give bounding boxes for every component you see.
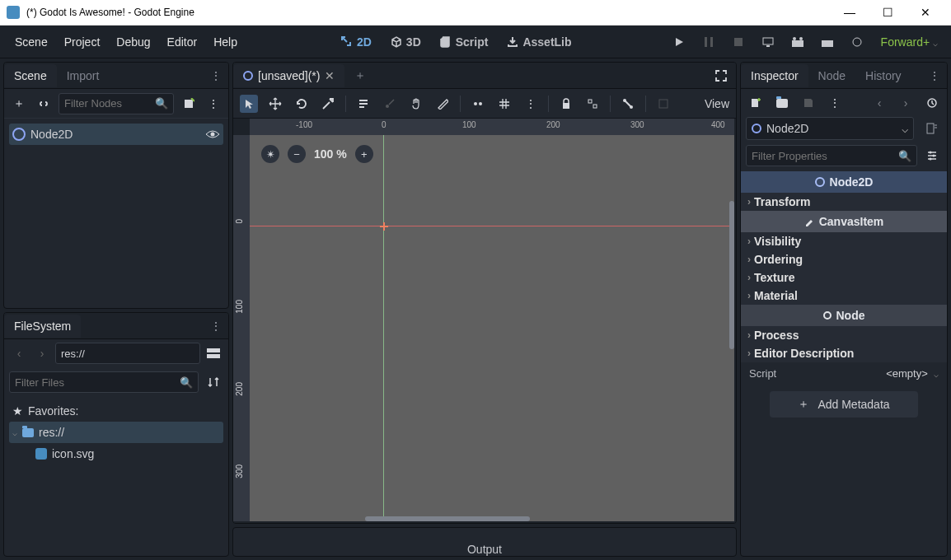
open-docs-button[interactable] (922, 119, 942, 138)
inspector-extra-menu-icon[interactable]: ⋮ (825, 93, 845, 113)
folder-icon (22, 428, 34, 437)
history-back-button[interactable]: ‹ (869, 93, 889, 113)
menu-editor[interactable]: Editor (159, 35, 206, 49)
pivot-tool-icon[interactable] (381, 95, 399, 113)
lock-icon[interactable] (557, 95, 575, 113)
filesystem-dock-menu-icon[interactable]: ⋮ (204, 320, 228, 333)
workspace-script-button[interactable]: Script (433, 32, 495, 52)
play-project-button[interactable] (667, 30, 691, 54)
renderer-dropdown[interactable]: Forward+ ⌵ (881, 35, 938, 49)
menu-scene[interactable]: Scene (7, 35, 56, 49)
zoom-out-button[interactable]: − (288, 145, 306, 163)
group-editor-description[interactable]: Editor Description (741, 344, 947, 362)
scene-tree-root[interactable]: Node2D (9, 124, 223, 145)
group-visibility[interactable]: Visibility (741, 232, 947, 250)
move-tool-icon[interactable] (266, 95, 284, 113)
plus-icon: ＋ (798, 397, 809, 412)
filter-properties-input[interactable]: 🔍 (746, 145, 917, 166)
menu-help[interactable]: Help (205, 35, 246, 49)
maximize-button[interactable]: ☐ (869, 0, 906, 26)
zoom-in-button[interactable]: + (355, 145, 373, 163)
tab-history[interactable]: History (855, 64, 911, 87)
group-material[interactable]: Material (741, 287, 947, 305)
workspace-2d-button[interactable]: 2D (334, 32, 378, 52)
load-resource-button[interactable] (772, 93, 792, 113)
new-tab-button[interactable]: ＋ (344, 63, 376, 88)
run-remote-button[interactable] (756, 30, 780, 54)
group-ordering[interactable]: Ordering (741, 250, 947, 268)
minimize-button[interactable]: — (831, 0, 869, 26)
nav-forward-button[interactable]: › (32, 343, 52, 363)
play-scene-button[interactable] (785, 30, 810, 54)
distraction-free-button[interactable] (706, 69, 736, 82)
grid-snap-icon[interactable] (495, 95, 513, 113)
property-settings-button[interactable] (922, 146, 942, 166)
snap-menu-icon[interactable]: ⋮ (522, 95, 540, 113)
add-metadata-button[interactable]: ＋ Add Metadata (770, 391, 918, 418)
path-field[interactable]: res:// (55, 343, 200, 364)
zoom-label[interactable]: 100 % (314, 147, 347, 161)
favorites-row[interactable]: ★ Favorites: (9, 400, 223, 422)
origin-gizmo[interactable] (380, 222, 388, 231)
close-tab-icon[interactable]: ✕ (325, 69, 335, 82)
rotate-tool-icon[interactable] (293, 95, 311, 113)
add-node-button[interactable]: ＋ (9, 94, 29, 114)
list-select-icon[interactable] (354, 95, 372, 113)
ruler-horizontal: -100 0 100 200 300 400 (250, 119, 734, 135)
bottom-tab-output[interactable]: Output (467, 543, 502, 556)
inspected-object-dropdown[interactable]: Node2D ⌵ (746, 117, 914, 140)
instance-scene-button[interactable] (34, 94, 54, 114)
split-mode-button[interactable] (204, 343, 223, 363)
history-forward-button[interactable]: › (896, 93, 916, 113)
filter-files-input[interactable]: 🔍 (9, 371, 199, 393)
scale-tool-icon[interactable] (319, 95, 337, 113)
attach-script-button[interactable] (179, 94, 199, 114)
select-tool-icon[interactable] (240, 95, 258, 113)
anchor-preset-icon[interactable] (654, 95, 672, 113)
file-row[interactable]: icon.svg (9, 443, 223, 464)
visibility-toggle-icon[interactable] (205, 129, 220, 139)
scene-tab-unsaved[interactable]: [unsaved](*) ✕ (233, 64, 344, 87)
scene-dock-menu-icon[interactable]: ⋮ (204, 69, 228, 82)
tab-import[interactable]: Import (57, 64, 110, 87)
group-texture[interactable]: Texture (741, 268, 947, 287)
tab-node[interactable]: Node (808, 64, 855, 87)
tab-filesystem[interactable]: FileSystem (4, 315, 81, 338)
view-menu-button[interactable]: View (705, 97, 729, 110)
pan-tool-icon[interactable] (407, 95, 425, 113)
menu-project[interactable]: Project (56, 35, 109, 49)
tab-inspector[interactable]: Inspector (741, 64, 808, 87)
svg-rect-17 (563, 103, 569, 109)
new-resource-button[interactable] (746, 93, 766, 113)
scene-extra-menu-icon[interactable]: ⋮ (204, 94, 223, 114)
play-custom-scene-button[interactable] (815, 30, 840, 54)
zoom-center-button[interactable]: ✴ (261, 145, 279, 163)
stop-button[interactable] (726, 30, 751, 54)
close-button[interactable]: ✕ (906, 0, 944, 26)
bone-icon[interactable] (619, 95, 637, 113)
tab-scene[interactable]: Scene (4, 64, 57, 87)
sort-button[interactable] (204, 372, 223, 392)
menu-debug[interactable]: Debug (108, 35, 158, 49)
group-icon[interactable] (583, 95, 602, 113)
render-settings-icon[interactable] (845, 30, 869, 54)
2d-viewport[interactable]: -100 0 100 200 300 400 0 100 200 300 (233, 119, 736, 523)
filter-nodes-input[interactable]: 🔍 (59, 93, 174, 114)
workspace-3d-button[interactable]: 3D (383, 32, 428, 52)
svg-rect-19 (593, 105, 597, 108)
canvas[interactable]: ✴ − 100 % + (250, 135, 734, 521)
viewport-scrollbar-h[interactable] (365, 516, 530, 521)
workspace-assetlib-button[interactable]: AssetLib (499, 32, 578, 52)
snap-options-icon[interactable] (469, 95, 487, 113)
nav-back-button[interactable]: ‹ (9, 343, 29, 363)
res-root-row[interactable]: ⌵ res:// (9, 422, 223, 443)
history-menu-button[interactable] (922, 93, 942, 113)
ruler-tool-icon[interactable] (433, 95, 452, 113)
script-property-row[interactable]: Script <empty> ⌵ (741, 362, 947, 385)
viewport-scrollbar-v[interactable] (729, 201, 734, 349)
group-process[interactable]: Process (741, 326, 947, 344)
inspector-dock-menu-icon[interactable]: ⋮ (922, 69, 947, 82)
save-resource-button[interactable] (799, 93, 818, 113)
group-transform[interactable]: Transform (741, 193, 947, 211)
pause-button[interactable] (696, 30, 721, 54)
